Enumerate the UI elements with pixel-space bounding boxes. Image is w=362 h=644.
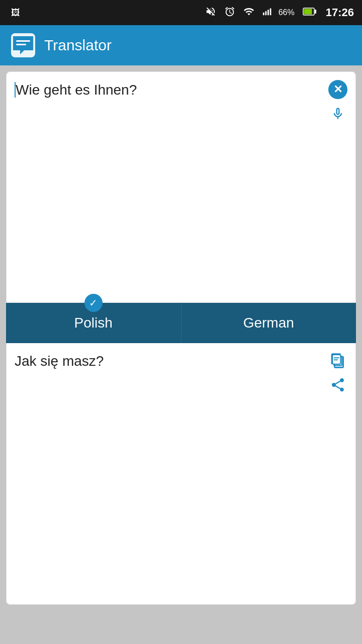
svg-rect-6 [304, 9, 312, 14]
mute-icon [205, 6, 216, 20]
copy-button[interactable] [328, 351, 347, 370]
svg-rect-8 [16, 40, 30, 42]
chat-bubble-icon [10, 32, 36, 58]
checkmark-icon: ✓ [89, 297, 98, 309]
copy-icon [330, 353, 346, 369]
app-bar: Translator [0, 25, 362, 65]
input-text-field[interactable]: Wie geht es Ihnen? [15, 80, 325, 281]
microphone-icon [331, 107, 345, 121]
output-text: Jak się masz? [15, 351, 325, 371]
target-language-label: German [243, 315, 294, 331]
language-bar: ✓ Polish German [6, 303, 356, 343]
input-panel: Wie geht es Ihnen? ✕ [6, 71, 356, 303]
signal-icon [262, 6, 274, 20]
status-bar: 🖼 66% 17:26 [0, 0, 362, 25]
output-panel: Jak się masz? [6, 343, 356, 605]
share-icon [330, 377, 346, 393]
svg-rect-13 [334, 359, 338, 360]
active-language-indicator: ✓ [84, 294, 103, 312]
battery-icon [303, 7, 317, 19]
image-icon: 🖼 [11, 8, 20, 18]
svg-rect-0 [263, 12, 264, 15]
alarm-icon [224, 6, 235, 20]
svg-rect-12 [334, 357, 339, 358]
wifi-icon [243, 6, 254, 20]
source-language-label: Polish [74, 315, 113, 331]
microphone-button[interactable] [328, 104, 347, 123]
main-content: Wie geht es Ihnen? ✕ ✓ Polish German Jak… [0, 65, 362, 644]
status-bar-left: 🖼 [8, 8, 197, 18]
clear-button[interactable]: ✕ [328, 80, 347, 99]
app-title: Translator [44, 37, 112, 54]
target-language-button[interactable]: German [182, 303, 356, 343]
share-button[interactable] [328, 375, 347, 394]
close-icon: ✕ [333, 84, 342, 95]
svg-rect-2 [267, 10, 269, 15]
source-language-button[interactable]: ✓ Polish [6, 303, 182, 343]
status-time: 17:26 [326, 6, 354, 19]
svg-rect-9 [16, 44, 26, 45]
svg-rect-3 [269, 8, 271, 15]
battery-indicator: 66% [279, 8, 295, 17]
svg-rect-5 [315, 10, 316, 14]
svg-rect-1 [265, 11, 266, 15]
